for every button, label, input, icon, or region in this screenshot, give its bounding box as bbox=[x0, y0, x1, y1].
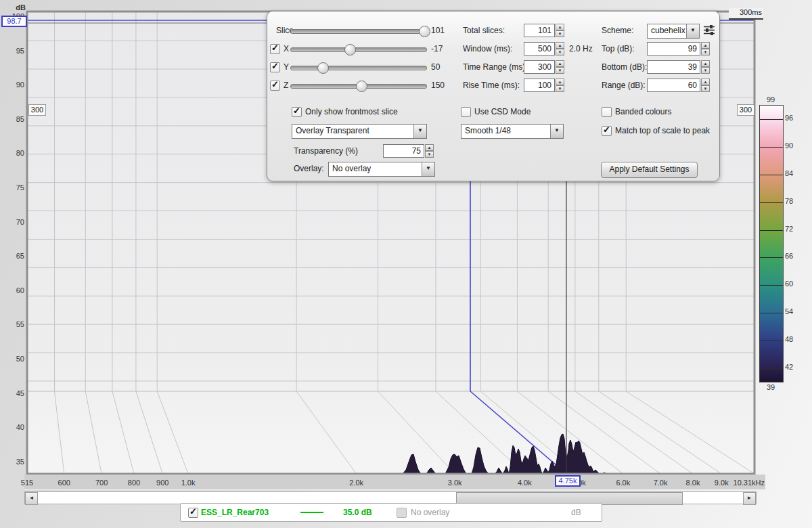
spin-down-icon[interactable]: ▼ bbox=[556, 49, 564, 56]
spin-up-icon[interactable]: ▲ bbox=[701, 42, 710, 49]
top-db-input[interactable]: 99 bbox=[647, 42, 700, 56]
rise-time-input[interactable]: 100 bbox=[524, 79, 555, 92]
spin-up-icon[interactable]: ▲ bbox=[556, 60, 564, 67]
time-range-spinner: 300 ▲▼ bbox=[524, 60, 564, 74]
z-slider-thumb[interactable] bbox=[356, 81, 367, 92]
colorbar-band-label: 60 bbox=[785, 280, 803, 288]
y-slider[interactable] bbox=[290, 66, 427, 70]
colorbar-band-line bbox=[760, 202, 783, 203]
overlay-mode-select[interactable]: Overlay Transparent ▼ bbox=[292, 124, 427, 139]
z-axis-checkbox[interactable] bbox=[270, 81, 280, 91]
only-frontmost-checkbox[interactable] bbox=[292, 107, 302, 117]
apply-default-settings-button[interactable]: Apply Default Settings bbox=[601, 162, 698, 178]
rew-waterfall-window: { "chart_data": { "type": "waterfall", "… bbox=[0, 0, 812, 528]
spin-down-icon[interactable]: ▼ bbox=[701, 85, 710, 92]
x-axis-checkbox[interactable] bbox=[270, 44, 280, 54]
transparency-spinner: 75 ▲▼ bbox=[383, 144, 434, 158]
chevron-down-icon[interactable]: ▼ bbox=[422, 162, 434, 176]
colorbar-band-label: 54 bbox=[785, 307, 803, 315]
scheme-value: cubehelix bbox=[648, 24, 686, 38]
trace-visible-checkbox[interactable] bbox=[188, 508, 198, 518]
time-rear-label-left: 300 bbox=[28, 104, 46, 116]
top-db-label: Top (dB): bbox=[602, 42, 635, 56]
db-tick-label: 95 bbox=[3, 46, 24, 56]
spin-up-icon[interactable]: ▲ bbox=[556, 42, 564, 49]
colorbar-band-line bbox=[760, 147, 783, 148]
transparency-input[interactable]: 75 bbox=[383, 144, 424, 158]
y-slider-thumb[interactable] bbox=[317, 62, 329, 74]
scheme-label: Scheme: bbox=[602, 24, 633, 37]
spin-down-icon[interactable]: ▼ bbox=[701, 67, 710, 74]
colorbar-band-line bbox=[760, 313, 783, 313]
spin-down-icon[interactable]: ▼ bbox=[701, 49, 710, 56]
range-db-spinner: 60 ▲▼ bbox=[647, 79, 710, 92]
spin-down-icon[interactable]: ▼ bbox=[556, 67, 564, 74]
z-slider-label: Z bbox=[284, 79, 288, 92]
spin-down-icon[interactable]: ▼ bbox=[556, 85, 564, 92]
z-slider[interactable] bbox=[290, 84, 427, 89]
legend-bar: ESS_LR_Rear703 35.0 dB No overlay dB bbox=[180, 503, 602, 522]
colorbar-top-label: 99 bbox=[762, 95, 780, 104]
chevron-down-icon[interactable]: ▼ bbox=[413, 125, 426, 138]
x-slider-value: -17 bbox=[431, 42, 443, 56]
colorbar-band-line bbox=[760, 175, 783, 175]
time-rear-label-right: 300 bbox=[737, 104, 754, 116]
spin-down-icon[interactable]: ▼ bbox=[425, 151, 434, 158]
db-tick-label: 50 bbox=[3, 354, 24, 364]
scheme-settings-icon[interactable] bbox=[703, 24, 715, 39]
legend-overlay-checkbox[interactable] bbox=[397, 508, 407, 518]
match-top-checkbox[interactable] bbox=[602, 126, 612, 136]
range-db-input[interactable]: 60 bbox=[647, 79, 700, 92]
window-ms-input[interactable]: 500 bbox=[524, 42, 555, 56]
freq-tick-label: 10.31kHz bbox=[721, 478, 765, 487]
scheme-select[interactable]: cubehelix ▼ bbox=[647, 24, 700, 39]
window-freq-resolution: 2.0 Hz bbox=[569, 42, 593, 56]
trace-name[interactable]: ESS_LR_Rear703 bbox=[201, 508, 269, 517]
colorbar-band-label: 84 bbox=[785, 169, 803, 177]
range-db-label: Range (dB): bbox=[602, 79, 646, 92]
db-tick-label: 85 bbox=[3, 114, 24, 124]
overlay-mode-value: Overlay Transparent bbox=[292, 125, 413, 138]
spin-up-icon[interactable]: ▲ bbox=[556, 24, 564, 30]
cursor-freq-readout[interactable]: 4.75k bbox=[555, 475, 581, 487]
x-slider-thumb[interactable] bbox=[344, 44, 356, 56]
spin-up-icon[interactable]: ▲ bbox=[701, 60, 710, 67]
time-range-label: Time Range (ms): bbox=[463, 60, 528, 74]
smoothing-select[interactable]: Smooth 1/48 ▼ bbox=[461, 124, 564, 139]
slice-slider-value: 101 bbox=[431, 24, 445, 37]
colorbar-band-line bbox=[760, 368, 783, 369]
freq-tick-label: 4.0k bbox=[503, 478, 546, 487]
bottom-db-spinner: 39 ▲▼ bbox=[647, 60, 710, 74]
slice-slider-thumb[interactable] bbox=[419, 26, 430, 37]
slice-slider[interactable] bbox=[290, 29, 427, 34]
trace-level: 35.0 dB bbox=[343, 508, 372, 517]
banded-colours-checkbox[interactable] bbox=[602, 107, 612, 117]
db-tick-label: 90 bbox=[3, 80, 24, 89]
scroll-right-icon[interactable]: ► bbox=[743, 492, 756, 505]
db-tick-label: 45 bbox=[3, 389, 24, 398]
db-tick-label: 60 bbox=[3, 286, 24, 295]
y-axis-checkbox[interactable] bbox=[270, 62, 280, 72]
db-tick-label: 55 bbox=[3, 320, 24, 329]
time-range-label: 300ms bbox=[729, 8, 763, 20]
colorbar-band-label: 66 bbox=[785, 252, 803, 260]
spin-up-icon[interactable]: ▲ bbox=[556, 79, 564, 85]
colorbar bbox=[759, 105, 784, 382]
colorbar-band-label: 72 bbox=[785, 225, 803, 233]
spin-up-icon[interactable]: ▲ bbox=[701, 79, 710, 85]
time-range-input[interactable]: 300 bbox=[524, 60, 555, 74]
colorbar-band-label: 48 bbox=[785, 335, 803, 343]
smoothing-value: Smooth 1/48 bbox=[461, 125, 550, 138]
total-slices-input[interactable]: 101 bbox=[524, 24, 555, 37]
overlay-select[interactable]: No overlay ▼ bbox=[328, 162, 435, 177]
x-slider[interactable] bbox=[290, 47, 427, 52]
chevron-down-icon[interactable]: ▼ bbox=[550, 125, 563, 138]
cursor-level-readout[interactable]: 98.7 bbox=[1, 16, 27, 27]
use-csd-checkbox[interactable] bbox=[461, 107, 471, 117]
bottom-db-input[interactable]: 39 bbox=[647, 60, 700, 74]
spin-up-icon[interactable]: ▲ bbox=[425, 144, 434, 151]
chevron-down-icon[interactable]: ▼ bbox=[686, 24, 699, 38]
colorbar-band-line bbox=[760, 230, 783, 231]
spin-down-icon[interactable]: ▼ bbox=[556, 30, 564, 37]
scroll-left-icon[interactable]: ◄ bbox=[25, 492, 38, 505]
